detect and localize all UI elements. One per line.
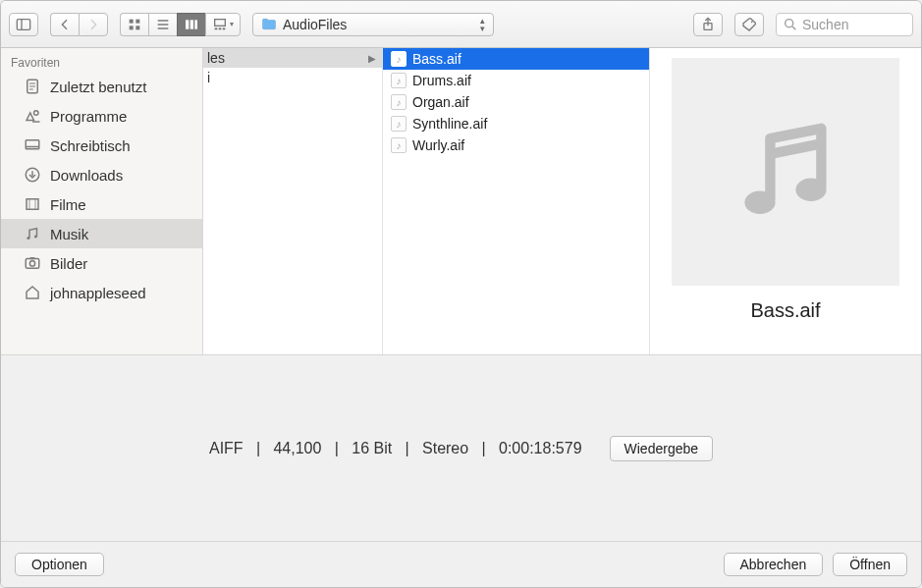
forward-button[interactable] bbox=[79, 13, 108, 36]
tags-button[interactable] bbox=[734, 13, 764, 36]
play-button-label: Wiedergebe bbox=[624, 441, 699, 456]
view-columns-button[interactable] bbox=[177, 13, 205, 36]
file-name: Drums.aif bbox=[412, 73, 471, 88]
svg-rect-14 bbox=[219, 27, 222, 29]
svg-point-37 bbox=[744, 191, 775, 214]
svg-rect-12 bbox=[215, 19, 226, 26]
path-label: AudioFiles bbox=[283, 17, 347, 32]
cancel-button[interactable]: Abbrechen bbox=[724, 553, 824, 576]
sidebar-item-music[interactable]: Musik bbox=[1, 219, 202, 248]
svg-point-33 bbox=[34, 236, 37, 239]
preview-pane: Bass.aif bbox=[650, 48, 921, 354]
back-button[interactable] bbox=[50, 13, 79, 36]
open-dialog: ▾ AudioFiles ▴▾ Suchen Favoriten bbox=[0, 0, 922, 588]
sidebar-item-recents[interactable]: Zuletzt benutzt bbox=[1, 72, 202, 101]
sidebar-item-label: Bilder bbox=[50, 255, 87, 272]
chevron-right-icon: ▶ bbox=[368, 53, 376, 64]
audio-channels: Stereo bbox=[422, 440, 468, 456]
view-mode-segment: ▾ bbox=[120, 13, 241, 36]
sidebar-toggle-button[interactable] bbox=[9, 13, 38, 36]
view-list-button[interactable] bbox=[148, 13, 177, 36]
list-icon bbox=[155, 17, 171, 32]
svg-rect-3 bbox=[136, 19, 139, 23]
search-placeholder: Suchen bbox=[802, 17, 848, 32]
sidebar-item-applications[interactable]: Programme bbox=[1, 101, 202, 131]
columns-icon bbox=[184, 17, 199, 32]
sidebar-item-home[interactable]: johnappleseed bbox=[1, 278, 202, 307]
sidebar-icon bbox=[16, 17, 31, 32]
file-row[interactable]: ♪ Wurly.aif bbox=[383, 134, 649, 156]
file-name: Synthline.aif bbox=[412, 116, 487, 132]
grid-icon bbox=[127, 17, 142, 32]
play-button[interactable]: Wiedergebe bbox=[610, 436, 714, 461]
updown-icon: ▴▾ bbox=[480, 17, 485, 32]
svg-rect-0 bbox=[17, 19, 29, 29]
svg-line-19 bbox=[792, 27, 795, 29]
sidebar-item-movies[interactable]: Filme bbox=[1, 189, 202, 219]
file-row[interactable]: ♪ Drums.aif bbox=[383, 70, 649, 91]
view-gallery-button[interactable]: ▾ bbox=[205, 13, 241, 36]
audio-file-icon: ♪ bbox=[391, 137, 407, 153]
apps-icon bbox=[23, 107, 42, 125]
audio-info-text: AIFF | 44,100 | 16 Bit | Stereo | 0:00:1… bbox=[209, 440, 582, 457]
svg-point-24 bbox=[34, 111, 39, 116]
options-button[interactable]: Optionen bbox=[15, 553, 104, 576]
audio-file-icon: ♪ bbox=[391, 51, 407, 67]
downloads-icon bbox=[23, 166, 42, 184]
browser-body: Favoriten Zuletzt benutzt Programme Schr… bbox=[1, 48, 921, 355]
column-files[interactable]: ♪ Bass.aif ♪ Drums.aif ♪ Organ.aif ♪ Syn… bbox=[383, 48, 650, 354]
svg-rect-11 bbox=[194, 20, 197, 28]
options-label: Optionen bbox=[31, 557, 87, 572]
column-folder-row[interactable]: i bbox=[203, 68, 382, 87]
svg-rect-26 bbox=[26, 140, 39, 149]
sidebar-item-pictures[interactable]: Bilder bbox=[1, 248, 202, 278]
audio-bit-depth: 16 Bit bbox=[352, 440, 392, 456]
cancel-label: Abbrechen bbox=[740, 557, 807, 572]
file-row[interactable]: ♪ Bass.aif bbox=[383, 48, 649, 70]
file-name: Wurly.aif bbox=[412, 137, 464, 153]
column-folder-row[interactable]: les ▶ bbox=[203, 48, 382, 68]
sidebar-item-desktop[interactable]: Schreibtisch bbox=[1, 131, 202, 160]
preview-thumbnail bbox=[672, 58, 899, 286]
svg-rect-4 bbox=[130, 26, 134, 29]
preview-filename: Bass.aif bbox=[750, 299, 820, 322]
sidebar-item-label: Musik bbox=[50, 226, 88, 242]
sidebar-item-label: Filme bbox=[50, 196, 86, 213]
svg-point-32 bbox=[27, 237, 29, 240]
column-folder-label: les bbox=[207, 50, 225, 66]
audio-sample-rate: 44,100 bbox=[273, 440, 321, 456]
svg-point-17 bbox=[751, 21, 753, 23]
svg-rect-29 bbox=[27, 199, 38, 210]
music-note-icon bbox=[722, 108, 849, 236]
home-icon bbox=[23, 284, 42, 301]
open-button[interactable]: Öffnen bbox=[833, 553, 907, 576]
path-popup-button[interactable]: AudioFiles ▴▾ bbox=[252, 13, 494, 36]
nav-back-forward bbox=[50, 13, 108, 36]
column-1[interactable]: les ▶ i bbox=[203, 48, 383, 354]
view-icons-button[interactable] bbox=[120, 13, 148, 36]
tag-icon bbox=[741, 17, 757, 32]
audio-file-icon: ♪ bbox=[391, 94, 407, 110]
audio-file-icon: ♪ bbox=[391, 116, 407, 132]
svg-rect-9 bbox=[186, 20, 189, 28]
desktop-icon bbox=[23, 136, 42, 154]
audio-duration: 0:00:18:579 bbox=[499, 440, 582, 456]
sidebar-item-label: Zuletzt benutzt bbox=[50, 79, 146, 95]
share-button[interactable] bbox=[693, 13, 723, 36]
file-name: Bass.aif bbox=[412, 51, 461, 67]
file-row[interactable]: ♪ Organ.aif bbox=[383, 91, 649, 113]
sidebar-header: Favoriten bbox=[1, 52, 202, 72]
svg-rect-15 bbox=[223, 27, 226, 29]
svg-point-18 bbox=[786, 19, 793, 27]
movies-icon bbox=[23, 195, 42, 213]
folder-icon bbox=[261, 18, 277, 30]
dialog-footer: Optionen Abbrechen Öffnen bbox=[1, 542, 921, 587]
chevron-right-icon bbox=[85, 17, 101, 32]
svg-rect-34 bbox=[26, 259, 39, 269]
clock-doc-icon bbox=[23, 78, 42, 95]
search-icon bbox=[783, 17, 798, 32]
file-row[interactable]: ♪ Synthline.aif bbox=[383, 113, 649, 134]
chevron-left-icon bbox=[57, 17, 73, 32]
sidebar-item-downloads[interactable]: Downloads bbox=[1, 160, 202, 189]
search-field[interactable]: Suchen bbox=[776, 13, 913, 36]
